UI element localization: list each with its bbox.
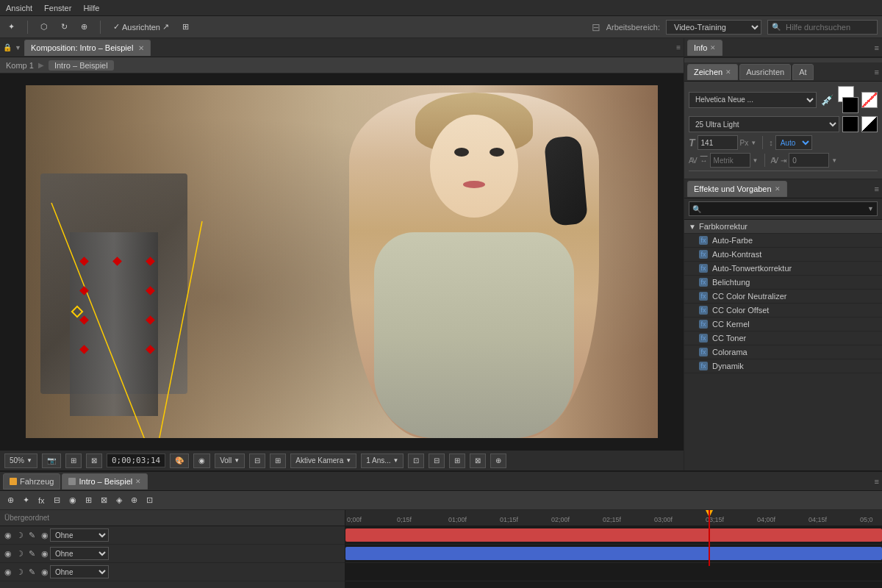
zeichen-panel-menu-icon[interactable]: ≡ bbox=[875, 68, 879, 76]
effekte-search-input[interactable] bbox=[689, 201, 878, 216]
timeline-tab-intro[interactable]: Intro – Beispiel ✕ bbox=[62, 473, 148, 490]
layer-3-visibility[interactable]: ◉ bbox=[41, 567, 49, 577]
color-btn[interactable]: 🎨 bbox=[170, 453, 189, 468]
tl-btn-5[interactable]: ◉ bbox=[66, 494, 79, 506]
tool-arrow[interactable]: ✦ bbox=[4, 21, 18, 33]
tl-btn-4[interactable]: ⊟ bbox=[51, 494, 63, 506]
layer-3-solo-icon[interactable]: ◉ bbox=[3, 567, 13, 577]
tl-btn-7[interactable]: ⊠ bbox=[98, 494, 110, 506]
view-extra1[interactable]: ⊡ bbox=[408, 453, 424, 468]
view-extra3[interactable]: ⊞ bbox=[449, 453, 465, 468]
camera-control[interactable]: Aktive Kamera ▼ bbox=[290, 453, 356, 468]
tl-btn-1[interactable]: ⊕ bbox=[4, 494, 17, 506]
layer-1-dropdown[interactable]: Ohne bbox=[50, 528, 109, 542]
timeline-panel-menu-icon[interactable]: ≡ bbox=[875, 477, 879, 486]
color-cross-swatch[interactable] bbox=[861, 92, 878, 108]
track-clip-blue[interactable] bbox=[345, 547, 882, 560]
effekte-item-colorama[interactable]: fx Colorama bbox=[684, 345, 882, 359]
zeichen-tab[interactable]: Zeichen ✕ bbox=[687, 64, 738, 80]
effekte-search-dropdown-icon[interactable]: ▼ bbox=[867, 205, 874, 212]
layer-2-visibility[interactable]: ◉ bbox=[41, 549, 49, 559]
effekte-item-cc-color-offset[interactable]: fx CC Color Offset bbox=[684, 304, 882, 318]
font-color-black[interactable] bbox=[842, 116, 858, 132]
layer-2-visible-icon[interactable]: ☽ bbox=[15, 548, 25, 559]
snapshot-btn[interactable]: 📷 bbox=[42, 453, 61, 468]
breadcrumb-root[interactable]: Komp 1 bbox=[6, 61, 34, 70]
effekte-item-dynamik[interactable]: fx Dynamik bbox=[684, 359, 882, 373]
effekte-tab[interactable]: Effekte und Vorgaben ✕ bbox=[687, 181, 787, 197]
menu-hilfe[interactable]: Hilfe bbox=[83, 4, 99, 12]
layer-3-visible-icon[interactable]: ☽ bbox=[15, 567, 25, 577]
align-button[interactable]: ✓ Ausrichten ↗ bbox=[110, 21, 173, 33]
quality-control[interactable]: Voll ▼ bbox=[215, 453, 245, 468]
eyedropper-btn[interactable]: 💉 bbox=[820, 94, 835, 106]
font-size-input[interactable] bbox=[698, 135, 738, 150]
quality-btn[interactable]: ◉ bbox=[193, 453, 210, 468]
view-control[interactable]: 1 Ans... ▼ bbox=[361, 453, 404, 468]
font-style-dropdown[interactable]: 25 Ultra Light bbox=[689, 116, 839, 132]
layer-1-visibility[interactable]: ◉ bbox=[41, 531, 49, 540]
effekte-item-auto-tonwert[interactable]: fx Auto-Tonwertkorrektur bbox=[684, 262, 882, 276]
info-panel-menu-icon[interactable]: ≡ bbox=[875, 43, 879, 52]
comp-tab-active[interactable]: Komposition: Intro – Beispiel ✕ bbox=[24, 40, 151, 56]
tl-btn-3[interactable]: fx bbox=[35, 495, 48, 506]
zeichen-tab-close[interactable]: ✕ bbox=[725, 68, 731, 76]
menu-fenster[interactable]: Fenster bbox=[44, 4, 71, 12]
layer-3-dropdown[interactable]: Ohne bbox=[50, 565, 109, 578]
timeline-tab-close-intro[interactable]: ✕ bbox=[135, 478, 141, 485]
ausrichten-tab[interactable]: Ausrichten bbox=[739, 64, 791, 80]
farbkorrektur-header[interactable]: ▼ Farbkorrektur bbox=[684, 220, 882, 234]
layer-2-lock-icon[interactable]: ✎ bbox=[26, 548, 37, 559]
effekte-tab-close[interactable]: ✕ bbox=[775, 185, 781, 193]
tool-rotate[interactable]: ↻ bbox=[57, 21, 71, 33]
tl-btn-6[interactable]: ⊞ bbox=[82, 494, 95, 506]
effekte-item-cc-kernel[interactable]: fx CC Kernel bbox=[684, 318, 882, 331]
tl-btn-8[interactable]: ◈ bbox=[113, 494, 125, 506]
comp-tab-close[interactable]: ✕ bbox=[138, 44, 144, 52]
effekte-panel-menu-icon[interactable]: ≡ bbox=[875, 184, 879, 193]
tl-btn-2[interactable]: ✦ bbox=[20, 494, 32, 506]
tool-scale[interactable]: ⊕ bbox=[77, 21, 91, 33]
color-fill-swatch[interactable] bbox=[842, 97, 858, 113]
effekte-item-cc-toner[interactable]: fx CC Toner bbox=[684, 331, 882, 345]
leading-dropdown[interactable]: Auto bbox=[775, 135, 812, 150]
view-extra5[interactable]: ⊕ bbox=[490, 453, 506, 468]
timecode-display[interactable]: 0;00;03;14 bbox=[107, 453, 165, 467]
comp-panel-menu-icon[interactable]: ≡ bbox=[676, 43, 681, 51]
kerning-input[interactable] bbox=[789, 153, 829, 168]
track-clip-red[interactable] bbox=[345, 528, 882, 542]
view-extra2[interactable]: ⊟ bbox=[429, 453, 445, 468]
tl-btn-9[interactable]: ⊕ bbox=[128, 494, 140, 506]
effekte-item-auto-kontrast[interactable]: fx Auto-Kontrast bbox=[684, 248, 882, 262]
layer-1-visible-icon[interactable]: ☽ bbox=[15, 530, 25, 540]
layer-3-lock-icon[interactable]: ✎ bbox=[26, 567, 37, 577]
info-tab[interactable]: Info ✕ bbox=[687, 40, 723, 56]
layer-1-lock-icon[interactable]: ✎ bbox=[26, 530, 37, 540]
effekte-item-auto-farbe[interactable]: fx Auto-Farbe bbox=[684, 234, 882, 248]
breadcrumb-active[interactable]: Intro – Beispiel bbox=[49, 60, 114, 71]
font-color-mixed[interactable] bbox=[861, 116, 878, 132]
tool-extra[interactable]: ⊞ bbox=[179, 21, 193, 33]
layer-1-solo-icon[interactable]: ◉ bbox=[3, 530, 13, 540]
zoom-control[interactable]: 50% ▼ bbox=[4, 453, 37, 468]
layer-2-solo-icon[interactable]: ◉ bbox=[3, 548, 13, 559]
region-btn[interactable]: ⊞ bbox=[65, 453, 82, 468]
effekte-item-cc-color-neutralizer[interactable]: fx CC Color Neutralizer bbox=[684, 290, 882, 304]
transparency2-btn[interactable]: ⊟ bbox=[249, 453, 265, 468]
at-tab[interactable]: At bbox=[792, 64, 813, 80]
transparency-btn[interactable]: ⊠ bbox=[86, 453, 102, 468]
font-name-dropdown[interactable]: Helvetica Neue ... bbox=[689, 92, 817, 108]
workspace-dropdown[interactable]: Video-Training bbox=[666, 20, 761, 35]
tracking-input[interactable] bbox=[710, 153, 750, 168]
effekte-item-belichtung[interactable]: fx Belichtung bbox=[684, 276, 882, 290]
timeline-tab-fahrzeug[interactable]: Fahrzeug bbox=[3, 473, 60, 490]
grid-btn[interactable]: ⊞ bbox=[270, 453, 286, 468]
view-extra4[interactable]: ⊠ bbox=[470, 453, 486, 468]
layer-2-dropdown[interactable]: Ohne bbox=[50, 547, 109, 560]
effekte-search-wrap: 🔍 ▼ bbox=[689, 201, 878, 216]
info-tab-close[interactable]: ✕ bbox=[710, 44, 716, 51]
menu-ansicht[interactable]: Ansicht bbox=[6, 4, 32, 12]
tool-move[interactable]: ⬡ bbox=[37, 21, 51, 33]
help-search-input[interactable] bbox=[767, 20, 878, 35]
tl-btn-10[interactable]: ⊡ bbox=[143, 494, 156, 506]
